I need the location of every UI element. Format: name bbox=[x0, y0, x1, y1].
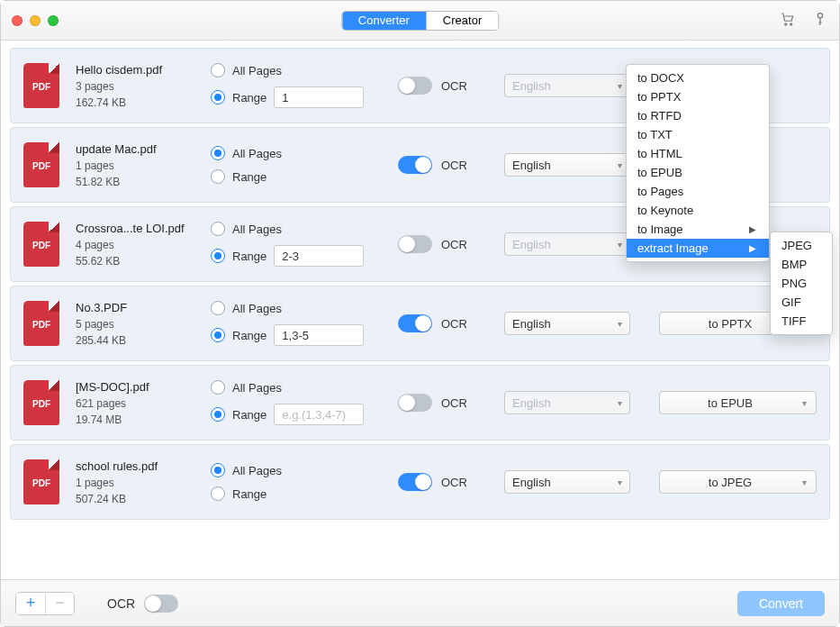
format-submenu: JPEGBMPPNGGIFTIFF bbox=[770, 232, 833, 335]
tab-converter[interactable]: Converter bbox=[342, 12, 426, 30]
ocr-toggle[interactable] bbox=[398, 235, 432, 253]
file-row: PDFNo.3.PDF5 pages285.44 KBAll PagesRang… bbox=[10, 286, 830, 361]
range-radio[interactable] bbox=[211, 169, 225, 184]
file-info: update Mac.pdf1 pages51.82 KB bbox=[76, 142, 194, 188]
file-info: school rules.pdf1 pages507.24 KB bbox=[76, 459, 194, 505]
window-controls bbox=[12, 15, 59, 26]
file-size: 162.74 KB bbox=[76, 96, 194, 109]
file-size: 51.82 KB bbox=[76, 176, 194, 188]
ocr-label: OCR bbox=[441, 476, 467, 489]
file-size: 285.44 KB bbox=[76, 334, 194, 347]
file-pages: 1 pages bbox=[76, 477, 194, 489]
format-menu-item[interactable]: to Keynote bbox=[627, 201, 769, 220]
format-submenu-item[interactable]: PNG bbox=[771, 274, 832, 293]
ocr-toggle[interactable] bbox=[398, 314, 432, 332]
all-pages-radio[interactable] bbox=[211, 146, 225, 160]
range-input[interactable] bbox=[274, 324, 364, 346]
svg-point-2 bbox=[817, 13, 822, 17]
format-value: to EPUB bbox=[708, 396, 753, 410]
cart-icon[interactable] bbox=[780, 11, 796, 31]
all-pages-label: All Pages bbox=[232, 64, 282, 77]
format-select[interactable]: to EPUB▾ bbox=[659, 391, 817, 414]
range-label: Range bbox=[232, 170, 266, 184]
convert-button[interactable]: Convert bbox=[737, 591, 825, 616]
format-submenu-item[interactable]: TIFF bbox=[771, 312, 832, 331]
pdf-file-icon: PDF bbox=[23, 301, 59, 346]
file-row: PDF[MS-DOC].pdf621 pages19.74 MBAll Page… bbox=[10, 365, 830, 441]
all-pages-radio[interactable] bbox=[211, 222, 225, 236]
bottom-bar: + − OCR Convert bbox=[1, 579, 839, 626]
tab-creator[interactable]: Creator bbox=[426, 12, 498, 30]
all-pages-label: All Pages bbox=[232, 381, 282, 395]
file-size: 507.24 KB bbox=[76, 493, 194, 505]
format-menu-item[interactable]: to EPUB bbox=[627, 163, 769, 182]
all-pages-radio[interactable] bbox=[211, 463, 225, 477]
ocr-toggle[interactable] bbox=[398, 77, 432, 95]
chevron-down-icon: ▾ bbox=[618, 240, 622, 250]
key-icon[interactable] bbox=[812, 11, 828, 31]
chevron-down-icon: ▾ bbox=[618, 160, 622, 170]
file-info: Hello cisdem.pdf3 pages162.74 KB bbox=[76, 63, 194, 109]
file-pages: 3 pages bbox=[76, 80, 194, 93]
format-submenu-item[interactable]: BMP bbox=[771, 255, 832, 274]
all-pages-radio[interactable] bbox=[211, 301, 225, 315]
file-size: 19.74 MB bbox=[76, 413, 194, 426]
range-radio[interactable] bbox=[211, 407, 225, 422]
language-select[interactable]: English▾ bbox=[504, 312, 630, 335]
format-menu-item[interactable]: to PPTX bbox=[627, 87, 769, 106]
language-select[interactable]: English▾ bbox=[504, 74, 630, 97]
chevron-down-icon: ▾ bbox=[618, 477, 622, 487]
language-select[interactable]: English▾ bbox=[504, 153, 630, 177]
all-pages-radio[interactable] bbox=[211, 380, 225, 395]
range-label: Range bbox=[232, 408, 266, 422]
ocr-toggle[interactable] bbox=[398, 156, 432, 174]
all-pages-label: All Pages bbox=[232, 302, 282, 315]
ocr-toggle[interactable] bbox=[398, 394, 432, 412]
format-select[interactable]: to JPEG▾ bbox=[659, 470, 817, 494]
language-value: English bbox=[512, 476, 551, 489]
range-radio[interactable] bbox=[211, 328, 225, 342]
format-menu-item[interactable]: extract Image bbox=[627, 239, 769, 258]
page-range-group: All PagesRange bbox=[211, 63, 382, 108]
ocr-toggle[interactable] bbox=[398, 473, 432, 491]
language-value: English bbox=[512, 159, 551, 172]
range-input[interactable] bbox=[274, 245, 364, 267]
remove-file-button[interactable]: − bbox=[45, 593, 74, 614]
range-radio[interactable] bbox=[211, 249, 225, 263]
file-pages: 5 pages bbox=[76, 318, 194, 331]
format-submenu-item[interactable]: GIF bbox=[771, 293, 832, 312]
chevron-down-icon: ▾ bbox=[802, 398, 807, 408]
add-remove-group: + − bbox=[15, 592, 75, 615]
format-menu-item[interactable]: to TXT bbox=[627, 125, 769, 144]
minimize-window-button[interactable] bbox=[30, 15, 41, 26]
range-input[interactable] bbox=[274, 404, 364, 425]
format-menu-item[interactable]: to HTML bbox=[627, 144, 769, 163]
global-ocr-toggle[interactable] bbox=[144, 595, 178, 613]
file-name: Crossroa...te LOI.pdf bbox=[76, 222, 194, 235]
ocr-label: OCR bbox=[441, 396, 467, 410]
file-name: No.3.PDF bbox=[76, 301, 194, 314]
language-value: English bbox=[512, 317, 551, 331]
mode-tabs: Converter Creator bbox=[341, 11, 499, 31]
language-select[interactable]: English▾ bbox=[504, 232, 630, 256]
range-label: Range bbox=[232, 250, 266, 263]
all-pages-label: All Pages bbox=[232, 147, 282, 160]
format-menu-item[interactable]: to Pages bbox=[627, 182, 769, 201]
add-file-button[interactable]: + bbox=[16, 593, 45, 614]
all-pages-label: All Pages bbox=[232, 464, 282, 477]
file-info: Crossroa...te LOI.pdf4 pages55.62 KB bbox=[76, 222, 194, 268]
format-submenu-item[interactable]: JPEG bbox=[771, 236, 832, 255]
ocr-group: OCR bbox=[398, 156, 488, 174]
range-input[interactable] bbox=[274, 86, 364, 108]
format-menu-item[interactable]: to DOCX bbox=[627, 68, 769, 87]
language-select[interactable]: English▾ bbox=[504, 470, 630, 494]
file-info: [MS-DOC].pdf621 pages19.74 MB bbox=[76, 380, 194, 426]
all-pages-radio[interactable] bbox=[211, 63, 225, 77]
range-radio[interactable] bbox=[211, 90, 225, 104]
close-window-button[interactable] bbox=[12, 15, 23, 26]
format-menu-item[interactable]: to RTFD bbox=[627, 106, 769, 125]
range-radio[interactable] bbox=[211, 486, 225, 501]
format-menu-item[interactable]: to Image bbox=[627, 220, 769, 239]
language-select[interactable]: English▾ bbox=[504, 391, 630, 414]
zoom-window-button[interactable] bbox=[48, 15, 59, 26]
